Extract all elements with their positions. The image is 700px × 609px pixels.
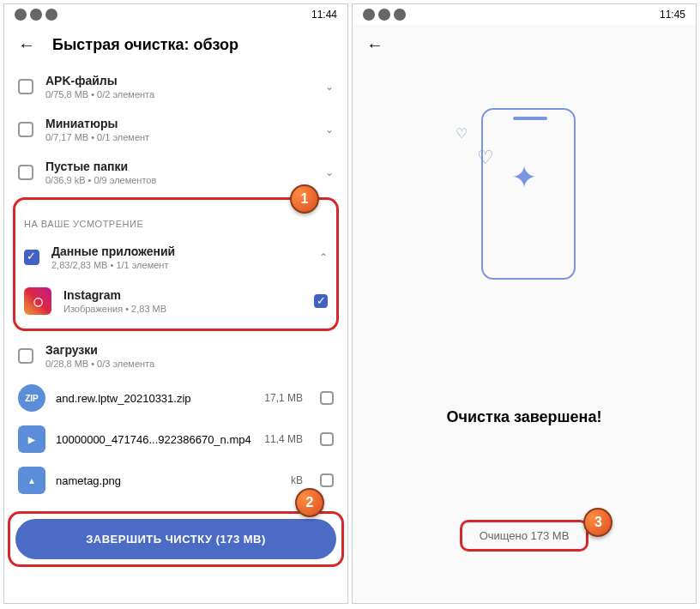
file-name: 10000000_471746...922386670_n.mp4 (56, 433, 254, 446)
status-bar: 11:45 (353, 4, 696, 25)
item-title: Пустые папки (45, 160, 313, 173)
list-item[interactable]: APK-файлы 0/75,8 MB • 0/2 элемента ⌄ (18, 65, 334, 108)
status-icon (394, 9, 406, 21)
chevron-up-icon[interactable]: ⌃ (319, 251, 328, 263)
checkbox[interactable] (18, 165, 33, 180)
file-name: and.rew.lptw_20210331.zip (56, 392, 254, 405)
status-bar: 11:44 (4, 4, 347, 25)
finish-cleaning-button[interactable]: ЗАВЕРШИТЬ ЧИСТКУ (173 MB) (15, 519, 336, 559)
checkbox-checked[interactable] (314, 294, 328, 308)
instagram-icon: ◯ (24, 287, 51, 315)
file-size: kB (291, 474, 303, 486)
checkbox[interactable] (320, 473, 334, 487)
list-item-downloads[interactable]: Загрузки 0/28,8 MB • 0/3 элемента (18, 335, 334, 377)
phone-screen-1: 11:44 ← Быстрая очистка: обзор APK-файлы… (3, 3, 348, 604)
checkbox[interactable] (320, 432, 334, 446)
file-name: nametag.png (56, 474, 281, 487)
image-icon: ▲ (18, 467, 45, 494)
status-icon (30, 9, 42, 21)
checkbox[interactable] (18, 122, 33, 137)
list-item[interactable]: Миниатюры 0/7,17 MB • 0/1 элемент ⌄ (18, 108, 334, 151)
item-title: Instagram (63, 288, 302, 302)
chevron-down-icon[interactable]: ⌄ (325, 81, 334, 93)
status-icon (378, 9, 390, 21)
item-title: Загрузки (45, 343, 334, 357)
chevron-down-icon[interactable]: ⌄ (325, 124, 334, 136)
file-row[interactable]: ZIP and.rew.lptw_20210331.zip 17,1 MB (18, 377, 334, 419)
back-arrow-icon[interactable]: ← (18, 35, 35, 55)
page-title: Быстрая очистка: обзор (52, 36, 238, 54)
item-sub: 0/75,8 MB • 0/2 элемента (45, 89, 313, 99)
checkbox-checked[interactable] (24, 250, 39, 265)
video-icon: ▶ (18, 425, 45, 453)
status-time: 11:44 (311, 9, 337, 21)
back-arrow-icon[interactable]: ← (366, 35, 383, 55)
item-title: Данные приложений (51, 244, 307, 258)
section-header: НА ВАШЕ УСМОТРЕНИЕ (24, 205, 328, 236)
item-sub: 2,83/2,83 MB • 1/1 элемент (51, 260, 307, 270)
item-sub: Изображения • 2,83 MB (63, 304, 302, 314)
item-sub: 0/36,9 kB • 0/9 элементов (45, 175, 313, 185)
list-item[interactable]: Пустые папки 0/36,9 kB • 0/9 элементов ⌄ (18, 151, 334, 194)
callout-badge-1: 1 (290, 184, 319, 214)
file-size: 17,1 MB (264, 392, 303, 404)
item-title: APK-файлы (45, 74, 313, 87)
item-title: Миниатюры (45, 117, 313, 130)
status-time: 11:45 (660, 9, 685, 21)
heart-icon: ♡ (456, 125, 468, 142)
callout-badge-2: 2 (295, 488, 324, 517)
file-size: 11,4 MB (264, 433, 303, 445)
highlight-annotation-3: 3 Очищено 173 MB (460, 520, 589, 552)
sparkle-icon: ✦ (511, 160, 537, 196)
chevron-down-icon[interactable]: ⌄ (325, 166, 334, 178)
zip-icon: ZIP (18, 384, 45, 412)
file-row[interactable]: ▶ 10000000_471746...922386670_n.mp4 11,4… (18, 419, 334, 460)
checkbox[interactable] (320, 391, 334, 405)
done-title: Очистка завершена! (447, 408, 602, 426)
header: ← (353, 25, 397, 65)
checkbox[interactable] (18, 348, 33, 364)
phone-screen-2: 11:45 ← ♡ ♡ ✦ Очистка завершена! 3 Очище… (352, 3, 697, 604)
file-row[interactable]: ▲ nametag.png kB (18, 460, 334, 501)
item-sub: 0/7,17 MB • 0/1 элемент (45, 132, 313, 142)
header: ← Быстрая очистка: обзор (4, 25, 347, 65)
cleaned-amount: Очищено 173 MB (460, 520, 589, 552)
highlight-annotation-1: 1 НА ВАШЕ УСМОТРЕНИЕ Данные приложений 2… (13, 197, 339, 331)
list-item-instagram[interactable]: ◯ Instagram Изображения • 2,83 MB (24, 279, 328, 323)
status-icon (45, 9, 57, 21)
list-item-appdata[interactable]: Данные приложений 2,83/2,83 MB • 1/1 эле… (24, 236, 328, 279)
callout-badge-3: 3 (583, 508, 612, 537)
cleaning-done-illustration: ♡ ♡ ✦ (438, 99, 610, 288)
status-icon (15, 9, 27, 21)
highlight-annotation-2: 2 ЗАВЕРШИТЬ ЧИСТКУ (173 MB) (8, 511, 344, 567)
heart-icon: ♡ (477, 147, 494, 169)
item-sub: 0/28,8 MB • 0/3 элемента (45, 359, 334, 369)
checkbox[interactable] (18, 79, 33, 94)
status-icon (363, 9, 375, 21)
